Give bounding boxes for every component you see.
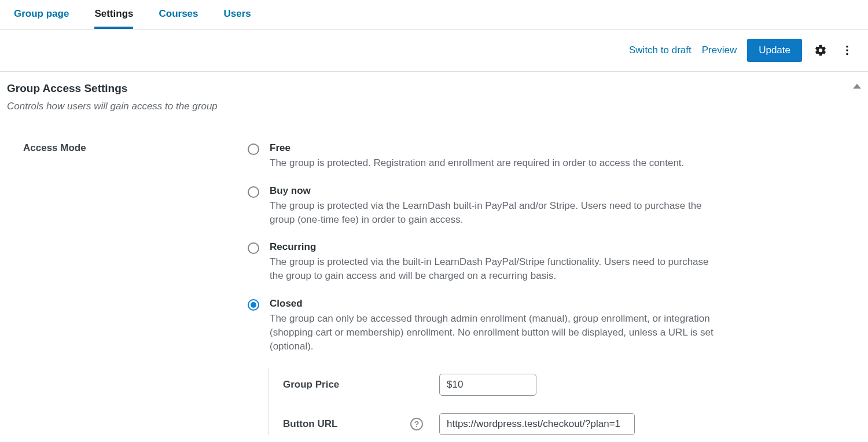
radio-recurring[interactable]	[248, 242, 259, 254]
preview-link[interactable]: Preview	[702, 45, 737, 56]
tab-settings[interactable]: Settings	[94, 0, 133, 29]
radio-free[interactable]	[248, 143, 259, 155]
option-desc: The group is protected via the built-in …	[270, 255, 722, 283]
group-price-row: Group Price	[283, 374, 861, 396]
option-title: Buy now	[270, 185, 722, 197]
button-url-row: Button URL ?	[283, 413, 861, 435]
more-icon[interactable]	[839, 42, 855, 58]
tab-users[interactable]: Users	[224, 0, 251, 29]
button-url-input[interactable]	[439, 413, 635, 435]
svg-point-2	[846, 53, 848, 56]
help-icon[interactable]: ?	[410, 418, 423, 430]
access-mode-option-free[interactable]: Free The group is protected. Registratio…	[248, 142, 722, 170]
gear-icon[interactable]	[812, 42, 829, 58]
closed-subfields: Group Price Button URL ?	[269, 368, 861, 435]
group-price-label: Group Price	[283, 379, 399, 391]
option-title: Free	[270, 142, 684, 154]
svg-point-1	[846, 49, 848, 51]
access-mode-options: Free The group is protected. Registratio…	[248, 142, 861, 442]
access-mode-option-recurring[interactable]: Recurring The group is protected via the…	[248, 241, 722, 283]
option-desc: The group is protected via the LearnDash…	[270, 199, 722, 227]
access-mode-option-buynow[interactable]: Buy now The group is protected via the L…	[248, 185, 722, 227]
tabs-nav: Group page Settings Courses Users	[0, 0, 868, 30]
access-mode-option-closed[interactable]: Closed The group can only be accessed th…	[248, 298, 722, 353]
access-mode-label: Access Mode	[7, 142, 225, 442]
settings-panel: Group Access Settings Controls how users…	[0, 72, 868, 442]
editor-toolbar: Switch to draft Preview Update	[0, 30, 868, 72]
radio-closed[interactable]	[248, 299, 259, 311]
collapse-icon[interactable]	[853, 82, 861, 93]
button-url-label: Button URL	[283, 418, 399, 430]
switch-draft-link[interactable]: Switch to draft	[629, 45, 692, 56]
access-mode-setting: Access Mode Free The group is protected.…	[7, 142, 861, 442]
option-title: Recurring	[270, 241, 722, 253]
panel-title: Group Access Settings	[7, 82, 861, 95]
svg-point-0	[846, 46, 848, 48]
group-price-input[interactable]	[439, 374, 536, 396]
option-desc: The group is protected. Registration and…	[270, 156, 684, 170]
radio-buynow[interactable]	[248, 186, 259, 198]
panel-description: Controls how users will gain access to t…	[7, 101, 861, 112]
tab-courses[interactable]: Courses	[159, 0, 198, 29]
option-title: Closed	[270, 298, 722, 310]
update-button[interactable]: Update	[747, 39, 802, 62]
option-desc: The group can only be accessed through a…	[270, 312, 722, 353]
tab-group-page[interactable]: Group page	[14, 0, 69, 29]
